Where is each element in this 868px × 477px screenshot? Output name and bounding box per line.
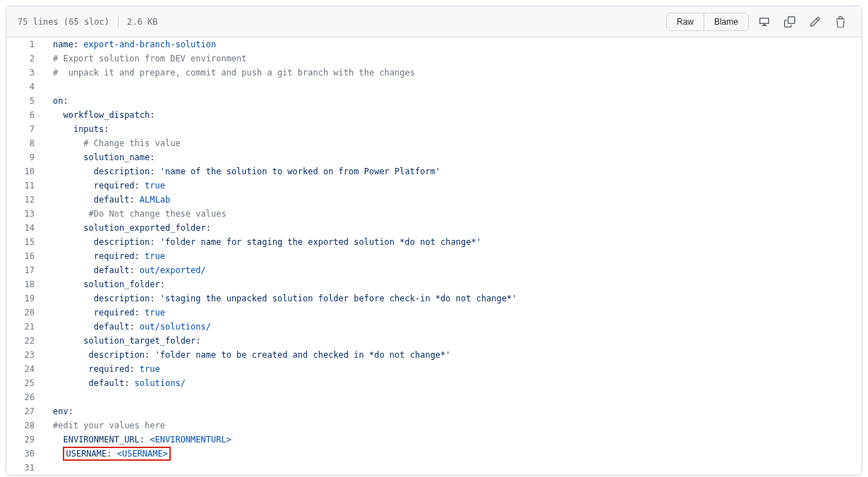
line-content[interactable]: required: true [42,179,862,193]
line-number[interactable]: 1 [6,37,42,52]
line-number[interactable]: 23 [6,348,42,362]
line-content[interactable]: required: true [42,306,862,320]
code-line: 20 required: true [6,306,862,320]
code-line: 24 required: true [6,362,862,376]
line-number[interactable]: 10 [6,164,42,179]
line-number[interactable]: 12 [6,193,42,207]
code-table: 1name: export-and-branch-solution2# Expo… [6,37,862,475]
line-content[interactable]: env: [42,404,862,418]
line-number[interactable]: 6 [6,108,42,122]
blame-button[interactable]: Blame [704,13,748,30]
code-line: 12 default: ALMLab [6,193,862,207]
copy-icon[interactable] [780,12,800,32]
line-content[interactable]: default: out/exported/ [42,263,862,277]
code-line: 19 description: 'staging the unpacked so… [6,291,862,306]
code-line: 13 #Do Not change these values [6,207,862,221]
code-line: 23 description: 'folder name to be creat… [6,348,862,362]
code-line: 31 [6,461,862,475]
code-line: 8 # Change this value [6,136,862,150]
line-number[interactable]: 22 [6,334,42,348]
line-number[interactable]: 14 [6,221,42,235]
line-content[interactable]: solution_name: [42,150,862,164]
line-content[interactable]: description: 'folder name for staging th… [42,235,862,249]
code-line: 26 [6,390,862,404]
desktop-icon[interactable] [754,12,774,32]
line-content[interactable]: #edit your values here [42,418,862,433]
file-actions: Raw Blame [666,12,850,32]
line-content[interactable]: ENVIRONMENT_URL: <ENVIRONMENTURL> [42,433,862,447]
line-number[interactable]: 20 [6,306,42,320]
code-line: 5on: [6,94,862,108]
line-number[interactable]: 17 [6,263,42,277]
line-number[interactable]: 21 [6,320,42,334]
line-number[interactable]: 16 [6,249,42,263]
line-content[interactable]: description: 'folder name to be created … [42,348,862,362]
line-content[interactable]: #Do Not change these values [42,207,862,221]
line-number[interactable]: 29 [6,433,42,447]
line-content[interactable]: required: true [42,362,862,376]
line-number[interactable]: 26 [6,390,42,404]
line-number[interactable]: 8 [6,136,42,150]
code-line: 10 description: 'name of the solution to… [6,164,862,179]
line-number[interactable]: 27 [6,404,42,418]
line-content[interactable]: description: 'name of the solution to wo… [42,164,862,179]
line-content[interactable]: solution_target_folder: [42,334,862,348]
line-number[interactable]: 15 [6,235,42,249]
code-line: 16 required: true [6,249,862,263]
file-box: 75 lines (65 sloc) 2.6 KB Raw Blame 1na [6,6,862,476]
line-content[interactable]: solution_folder: [42,277,862,291]
code-line: 29 ENVIRONMENT_URL: <ENVIRONMENTURL> [6,433,862,447]
line-content[interactable]: solution_exported_folder: [42,221,862,235]
code-line: 2# Export solution from DEV environment [6,52,862,66]
edit-icon[interactable] [805,12,825,32]
line-number[interactable]: 7 [6,122,42,136]
line-content[interactable]: # Export solution from DEV environment [42,52,862,66]
line-number[interactable]: 4 [6,80,42,94]
code-line: 11 required: true [6,179,862,193]
line-content[interactable]: workflow_dispatch: [42,108,862,122]
line-content[interactable]: description: 'staging the unpacked solut… [42,291,862,306]
code-line: 25 default: solutions/ [6,376,862,390]
line-number[interactable]: 19 [6,291,42,306]
line-content[interactable]: default: solutions/ [42,376,862,390]
line-content[interactable]: on: [42,94,862,108]
line-number[interactable]: 5 [6,94,42,108]
file-size: 2.6 KB [127,17,157,27]
line-content[interactable]: default: out/solutions/ [42,320,862,334]
line-number[interactable]: 25 [6,376,42,390]
code-line: 17 default: out/exported/ [6,263,862,277]
line-content[interactable]: name: export-and-branch-solution [42,37,862,52]
code-line: 21 default: out/solutions/ [6,320,862,334]
line-content[interactable]: required: true [42,249,862,263]
highlighted-region: USERNAME: <USERNAME> [63,447,171,461]
line-content[interactable]: default: ALMLab [42,193,862,207]
line-number[interactable]: 9 [6,150,42,164]
line-number[interactable]: 30 [6,447,42,461]
line-content[interactable]: # unpack it and prepare, commit and push… [42,66,862,80]
raw-button[interactable]: Raw [667,13,704,30]
code-line: 14 solution_exported_folder: [6,221,862,235]
line-content[interactable]: # Change this value [42,136,862,150]
file-header: 75 lines (65 sloc) 2.6 KB Raw Blame [6,6,862,37]
line-number[interactable]: 24 [6,362,42,376]
code-area[interactable]: 1name: export-and-branch-solution2# Expo… [6,37,862,475]
line-number[interactable]: 13 [6,207,42,221]
line-number[interactable]: 31 [6,461,42,475]
line-number[interactable]: 18 [6,277,42,291]
delete-icon[interactable] [831,12,850,32]
code-line: 28#edit your values here [6,418,862,433]
code-line: 22 solution_target_folder: [6,334,862,348]
code-line: 15 description: 'folder name for staging… [6,235,862,249]
line-content[interactable] [42,390,862,404]
line-number[interactable]: 11 [6,179,42,193]
line-content[interactable]: inputs: [42,122,862,136]
line-number[interactable]: 3 [6,66,42,80]
code-line: 6 workflow_dispatch: [6,108,862,122]
line-content[interactable] [42,461,862,475]
line-number[interactable]: 28 [6,418,42,433]
line-number[interactable]: 2 [6,52,42,66]
line-content[interactable] [42,80,862,94]
line-content[interactable]: USERNAME: <USERNAME> [42,447,862,461]
code-line: 9 solution_name: [6,150,862,164]
code-line: 4 [6,80,862,94]
